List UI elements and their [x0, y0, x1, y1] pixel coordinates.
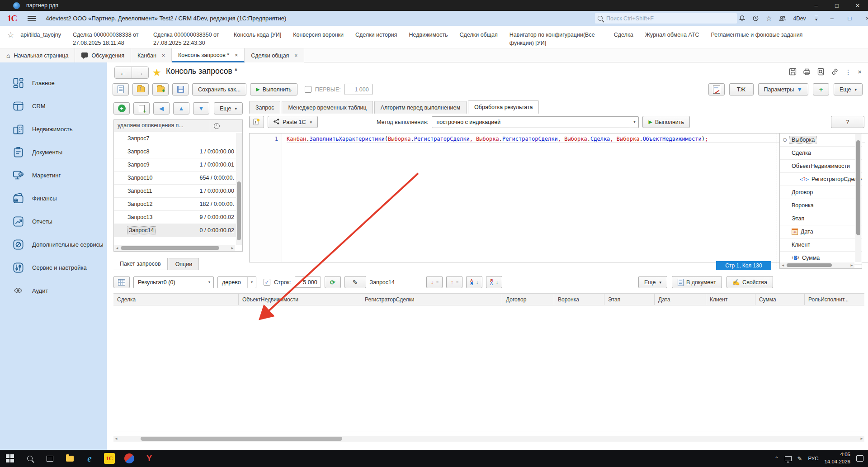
tab-result-processing[interactable]: Обработка результата [468, 100, 539, 114]
syntax-check-button[interactable] [249, 116, 264, 128]
sidebar-item-crm[interactable]: CRM [0, 95, 107, 118]
rows-limit-checkbox[interactable]: ✓ [264, 279, 270, 286]
tab-query-console[interactable]: Консоль запросов * × [172, 48, 245, 62]
query-row[interactable]: Запрос10654 / 0:00:00. [114, 172, 242, 185]
favorite-link[interactable]: Журнал обмена АТС [645, 31, 699, 47]
column-header[interactable]: Этап [604, 294, 655, 305]
task-view-button[interactable] [40, 450, 60, 467]
result-select[interactable]: Результат0 (0)▾ [133, 276, 214, 288]
sidebar-item-realestate[interactable]: Недвижимость [0, 118, 107, 141]
expand-all-button[interactable]: ↓≡ [426, 276, 443, 288]
favorite-link[interactable]: Регламентные и фоновые задания [711, 31, 802, 47]
sidebar-item-finance[interactable]: Финансы [0, 187, 107, 210]
result-more-button[interactable]: Еще▾ [638, 276, 667, 288]
collapse-all-button[interactable]: ↑≡ [446, 276, 462, 288]
edit-query-button[interactable]: ✎ [344, 276, 366, 288]
notifications-bell-icon[interactable] [739, 15, 745, 22]
editor-run-button[interactable]: ▶Выполнить [642, 116, 690, 128]
move-up-button[interactable]: ▲ [173, 102, 189, 114]
preview-icon[interactable] [817, 68, 825, 76]
sidebar-item-extra-services[interactable]: Дополнительные сервисы [0, 233, 107, 256]
new-query-button[interactable] [113, 83, 129, 95]
favorite-link[interactable]: Консоль кода [УИ] [234, 31, 281, 47]
tree-item[interactable]: Клиент [780, 238, 862, 252]
tab-close-icon[interactable]: × [235, 52, 238, 58]
notification-center-icon[interactable] [856, 455, 863, 462]
add-parameter-button[interactable]: + [813, 83, 829, 95]
code-editor[interactable]: 1 Канбан.ЗаполнитьХарактеристики(Выборка… [249, 133, 868, 262]
query-row[interactable]: Запрос7 [114, 132, 242, 145]
tj-button[interactable]: ТЖ [729, 83, 754, 95]
language-indicator[interactable]: РУС [808, 456, 818, 461]
paste-1c-button[interactable]: Paste 1C ▾ [268, 116, 318, 128]
main-menu-icon[interactable] [28, 16, 36, 21]
tree-vscrollbar[interactable] [855, 134, 861, 262]
tree-hscrollbar[interactable]: ◄► [780, 262, 854, 268]
sidebar-item-reports[interactable]: Отчеты [0, 210, 107, 233]
window-restore-button[interactable]: □ [826, 0, 847, 11]
back-button[interactable]: ← [115, 67, 132, 78]
tray-expand-icon[interactable]: ⌃ [774, 456, 778, 462]
first-rows-input[interactable] [344, 84, 373, 95]
service-menu-icon[interactable]: ≡▾ [812, 16, 820, 21]
app-restore-button[interactable]: □ [844, 15, 855, 22]
tree-item[interactable]: Воронка [780, 199, 862, 212]
favorite-link[interactable]: Сделки история [355, 31, 397, 47]
yandex-browser-button[interactable]: Y [139, 450, 159, 467]
tree-item[interactable]: ОбъектНедвижимости [780, 160, 862, 173]
query-list-header-stat[interactable] [210, 120, 242, 132]
query-row[interactable]: Запрос111 / 0:00:00.00 [114, 185, 242, 198]
save-icon[interactable] [789, 68, 797, 76]
query-row[interactable]: Запрос91 / 0:00:00.01 [114, 158, 242, 172]
column-header[interactable]: Сделка [113, 294, 239, 305]
sort-asc-button[interactable]: АЯ↓ [466, 276, 482, 288]
window-minimize-button[interactable]: – [806, 0, 826, 11]
more-menu-icon[interactable]: ⋮ [845, 68, 851, 76]
1c-app-button[interactable]: 1С [99, 450, 119, 467]
rows-limit-input[interactable] [295, 276, 321, 288]
run-button[interactable]: ▶Выполнить [250, 83, 297, 95]
save-file-button[interactable] [172, 83, 189, 95]
tab-home[interactable]: ⌂ Начальная страница [0, 48, 75, 62]
history-icon[interactable] [752, 15, 759, 22]
add-file-button[interactable] [152, 83, 169, 95]
favorites-bar-star-icon[interactable]: ☆ [7, 30, 14, 40]
column-header[interactable]: РегистраторСделки [361, 294, 502, 305]
tree-item[interactable]: 31Дата [780, 225, 862, 238]
favorite-link[interactable]: Сделка 000000038338 от 27.08.2025 18:11:… [73, 31, 142, 47]
properties-button[interactable]: ✍Свойства [726, 276, 773, 288]
parameters-button[interactable]: Параметры▼ [758, 83, 809, 95]
query-list-more-button[interactable]: Еще▾ [214, 102, 243, 114]
internet-explorer-button[interactable]: e [80, 450, 99, 467]
query-row-selected[interactable]: Запрос140 / 0:00:00.02 [114, 224, 242, 237]
tree-item[interactable]: <?>РегистраторСделки [780, 173, 862, 186]
query-row[interactable]: Запрос81 / 0:00:00.00 [114, 145, 242, 158]
favorite-link[interactable]: Недвижимость [409, 31, 448, 47]
favorites-star-icon[interactable]: ☆ [766, 14, 772, 23]
tab-algorithm-before[interactable]: Алгоритм перед выполнением [374, 101, 467, 114]
to-document-button[interactable]: В документ [672, 276, 722, 288]
file-explorer-button[interactable] [60, 450, 80, 467]
favorite-link[interactable]: Сделка [614, 31, 633, 47]
collapse-icon[interactable]: ⊖ [783, 137, 787, 143]
favorite-link[interactable]: Сделки общая [460, 31, 498, 47]
print-icon[interactable] [803, 68, 811, 76]
link-icon[interactable] [831, 68, 839, 76]
query-list-header-title[interactable]: удаляем оповещения п... [114, 120, 210, 132]
query-wizard-button[interactable] [708, 83, 725, 95]
favorite-star-icon[interactable]: ★ [152, 67, 161, 79]
query-list-vscrollbar[interactable] [236, 133, 242, 245]
copy-query-button[interactable] [133, 102, 150, 114]
tab-temp-tables[interactable]: Менеджер временных таблиц [282, 101, 373, 114]
result-table-button[interactable] [113, 276, 130, 288]
global-search-input[interactable]: Поиск Ctrl+Shift+F [595, 13, 737, 24]
sort-desc-button[interactable]: ЯА↓ [486, 276, 502, 288]
app-close-button[interactable]: × [862, 15, 868, 22]
clock[interactable]: 4:05 14.04.2026 [824, 451, 850, 465]
pen-input-icon[interactable]: ✎ [797, 455, 802, 462]
sidebar-item-settings[interactable]: Сервис и настройка [0, 256, 107, 279]
combo-arrow-icon[interactable]: ▾ [630, 117, 638, 128]
users-icon[interactable] [778, 15, 786, 22]
favorite-link[interactable]: api/tilda_tayojny [20, 31, 61, 47]
move-left-button[interactable]: ◀ [153, 102, 170, 114]
